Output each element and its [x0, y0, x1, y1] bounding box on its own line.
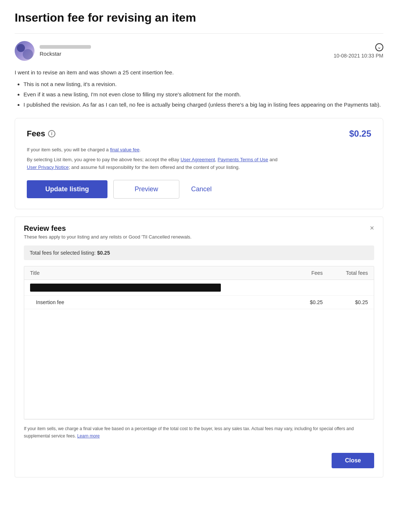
fees-header: Fees i $0.25 [27, 129, 371, 139]
bullet-2: Even if it was a new listing, I'm not ev… [23, 90, 383, 99]
close-button[interactable]: Close [332, 453, 374, 468]
post-bullets: This is not a new listing, it's a revisi… [23, 80, 383, 109]
table-row: Insertion fee $0.25 $0.25 [24, 296, 374, 309]
privacy-notice-link[interactable]: User Privacy Notice [27, 165, 69, 170]
col-total-fees: Total fees [329, 266, 374, 280]
username: Rockstar [40, 51, 91, 57]
close-btn-row: Close [15, 447, 383, 477]
terms-text-1: By selecting List item, you agree to pay… [27, 157, 180, 162]
fees-desc-period: . [139, 147, 141, 152]
post-intro: I went in to revise an item and was show… [15, 68, 383, 77]
terms-text-3: ; and assume full responsibility for the… [69, 165, 240, 170]
review-fees-subtitle: These fees apply to your listing and any… [24, 234, 191, 240]
review-fees-footer: If your item sells, we charge a final va… [15, 420, 383, 447]
info-icon[interactable]: i [48, 130, 55, 137]
chevron-down-icon[interactable] [375, 43, 383, 51]
col-title: Title [24, 266, 296, 280]
table-cell-title-redacted [24, 280, 296, 296]
review-fees-title-block: Review fees These fees apply to your lis… [24, 224, 191, 240]
table-cell-title-insertion: Insertion fee [24, 296, 296, 309]
close-x-button[interactable]: × [370, 224, 374, 232]
post-author: Rockstar [15, 41, 91, 61]
final-value-fee-link[interactable]: final value fee [110, 147, 139, 152]
bullet-1: This is not a new listing, it's a revisi… [23, 80, 383, 89]
username-bar [40, 45, 91, 49]
review-fees-panel: Review fees These fees apply to your lis… [15, 217, 383, 477]
preview-button[interactable]: Preview [113, 180, 179, 199]
fees-title: Fees [27, 129, 45, 138]
total-fees-label: Total fees for selected listing: [30, 250, 96, 256]
avatar [15, 41, 34, 61]
learn-more-link[interactable]: Learn more [77, 433, 99, 439]
update-listing-button[interactable]: Update listing [27, 180, 107, 198]
timestamp: 10-08-2021 10:33 PM [334, 53, 383, 59]
fees-desc-text: If your item sells, you will be charged … [27, 147, 110, 152]
post-header: Rockstar 10-08-2021 10:33 PM [15, 41, 383, 61]
table-header-row: Title Fees Total fees [24, 266, 374, 280]
fees-description: If your item sells, you will be charged … [27, 146, 371, 154]
total-fees-value: $0.25 [97, 250, 110, 256]
total-fees-bar: Total fees for selected listing: $0.25 [24, 245, 374, 260]
header-divider [15, 33, 383, 34]
fees-title-row: Fees i [27, 129, 55, 138]
cancel-button[interactable]: Cancel [185, 180, 218, 198]
user-agreement-link[interactable]: User Agreement [180, 157, 215, 162]
fees-card: Fees i $0.25 If your item sells, you wil… [15, 118, 383, 209]
button-row: Update listing Preview Cancel [27, 180, 371, 199]
review-fees-header: Review fees These fees apply to your lis… [15, 217, 383, 240]
table-cell-total-2: $0.25 [329, 296, 374, 309]
bullet-3: I published the revision. As far as I ca… [23, 100, 383, 109]
table-cell-total-1 [329, 280, 374, 296]
table-cell-fees-1 [296, 280, 329, 296]
table-cell-fees-2: $0.25 [296, 296, 329, 309]
fees-amount: $0.25 [349, 129, 371, 139]
page-title: Insertion fee for revising an item [15, 11, 383, 25]
footer-text: If your item sells, we charge a final va… [24, 426, 354, 438]
redacted-title-bar [30, 284, 221, 292]
fees-terms: By selecting List item, you agree to pay… [27, 156, 371, 171]
table-spacer-row [24, 309, 374, 419]
terms-text-2: and [268, 157, 277, 162]
fees-table-wrap: Title Fees Total fees Insertion fee $0.2… [24, 266, 374, 420]
review-fees-title: Review fees [24, 224, 191, 233]
post-content: I went in to revise an item and was show… [15, 68, 383, 109]
table-row [24, 280, 374, 296]
col-fees: Fees [296, 266, 329, 280]
payments-terms-link[interactable]: Payments Terms of Use [218, 157, 268, 162]
username-block: Rockstar [40, 45, 91, 57]
fees-table: Title Fees Total fees Insertion fee $0.2… [24, 266, 374, 419]
post-meta-right: 10-08-2021 10:33 PM [334, 43, 383, 59]
table-spacer-cell [24, 309, 374, 419]
